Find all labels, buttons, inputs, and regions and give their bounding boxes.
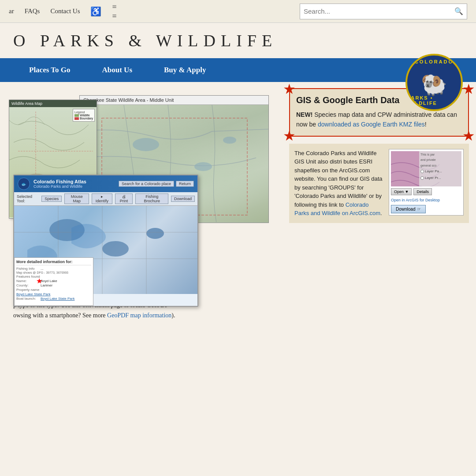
- map-screenshots: Wildlife Area Map Legend Wildlife Bounda…: [0, 86, 282, 280]
- nav-contact[interactable]: Contact Us: [50, 7, 80, 15]
- fishing-atlas-toolbar: Selected Tool: Species Mouse Map ▸ Ident…: [14, 192, 197, 206]
- accessibility-icon[interactable]: ♿: [90, 6, 101, 17]
- logo-animal-icon: 🐏: [421, 72, 447, 97]
- logo-area: COLORADO 🐏 PARKS • WILDLIFE: [405, 54, 463, 111]
- lower-right-section: The Colorado Parks and Wildlife GIS Unit…: [289, 144, 469, 223]
- star-corner-tl: ★: [283, 82, 296, 96]
- bottom-text-line3: owsing with a smartphone? See more GeoPD…: [13, 311, 269, 320]
- layers-icon[interactable]: ≡≡: [112, 2, 116, 21]
- arcgis-map-thumbnail: This is par and private general sco Laye…: [391, 151, 461, 186]
- arcgis-download-btn[interactable]: Download ☞: [391, 205, 426, 213]
- svg-point-0: [133, 138, 159, 151]
- nav-ar[interactable]: ar: [9, 7, 14, 15]
- gis-body: NEW! Species map data and CPW administra…: [296, 110, 462, 130]
- map-marker-star: ★: [36, 277, 42, 285]
- arcgis-preview-panel: This is par and private general sco Laye…: [389, 149, 464, 218]
- svg-point-1: [194, 162, 212, 171]
- right-panel: ★ ★ ★ ★ GIS & Google Earth Data NEW! Spe…: [282, 82, 476, 474]
- content-area: Wildlife Area Map Legend Wildlife Bounda…: [0, 82, 476, 474]
- main-nav-wrapper: Places To Go About Us Buy & Apply COLORA…: [0, 58, 476, 82]
- toolbar-print-btn[interactable]: 🖨 Print: [115, 193, 133, 204]
- arcgis-btn-row: Open ▼ Details: [391, 188, 461, 195]
- search-container: 🔍: [300, 4, 467, 19]
- main-nav: Places To Go About Us Buy & Apply: [0, 58, 476, 82]
- toolbar-mouse-btn[interactable]: Mouse Map: [64, 193, 89, 204]
- fishing-atlas-map: 🐟 Colorado Fishing Atlas Colorado Parks …: [13, 175, 198, 307]
- kmz-download-link[interactable]: downloaded as Google Earth KMZ files: [318, 121, 425, 128]
- star-corner-bl: ★: [283, 129, 296, 143]
- svg-rect-9: [391, 151, 419, 186]
- toolbar-species-btn[interactable]: Species: [41, 196, 62, 202]
- arcgis-desktop-row: Open in ArcGIS for Desktop: [391, 197, 461, 204]
- toolbar-download-btn[interactable]: Download: [171, 196, 195, 202]
- info-panel: More detailed information for: Fishing I…: [14, 257, 93, 306]
- fishing-atlas-header: 🐟 Colorado Fishing Atlas Colorado Parks …: [14, 175, 197, 192]
- gis-new-label: NEW!: [296, 111, 312, 118]
- map-section: Wildlife Area Map Legend Wildlife Bounda…: [0, 82, 282, 474]
- fishing-map-area: ★: [14, 206, 197, 294]
- toolbar-brochure-btn[interactable]: Fishing Brochure: [135, 193, 168, 204]
- logo-circle: COLORADO 🐏 PARKS • WILDLIFE: [405, 54, 463, 111]
- nav-faqs[interactable]: FAQs: [25, 7, 40, 15]
- arcgis-open-btn[interactable]: Open ▼: [391, 188, 412, 195]
- site-title-bar: O PARKS & WILDLIFE: [0, 23, 476, 58]
- svg-point-2: [223, 137, 236, 144]
- star-corner-br: ★: [462, 129, 475, 143]
- logo-bottom-text: PARKS • WILDLIFE: [407, 95, 461, 106]
- top-nav: ar FAQs Contact Us ♿ ≡≡ 🔍: [0, 0, 476, 23]
- info-panel-title: More detailed information for:: [16, 260, 91, 265]
- star-corner-tr: ★: [462, 82, 475, 96]
- arcgis-overlay: This is par and private general sco Laye…: [419, 151, 461, 186]
- geopdf-link[interactable]: GeoPDF map information: [107, 312, 171, 319]
- arcgis-details-btn[interactable]: Details: [413, 188, 432, 195]
- fishing-atlas-subtitle-text: Colorado Parks and Wildlife: [33, 184, 86, 189]
- lower-right-text: The Colorado Parks and Wildlife GIS Unit…: [294, 149, 384, 218]
- nav-places-to-go[interactable]: Places To Go: [13, 58, 86, 82]
- arcgis-desktop-link[interactable]: Open in ArcGIS for Desktop: [391, 198, 440, 202]
- logo-top-text: COLORADO: [415, 59, 454, 64]
- search-input[interactable]: [304, 7, 454, 15]
- site-title: O PARKS & WILDLIFE: [13, 31, 277, 50]
- fishing-atlas-logo: 🐟: [18, 178, 30, 190]
- arcgis-preview: This is par and private general sco Laye…: [389, 149, 464, 216]
- download-hand-icon: ☞: [417, 207, 421, 212]
- nav-buy-apply[interactable]: Buy & Apply: [148, 58, 222, 82]
- fishing-atlas-title-text: Colorado Fishing Atlas: [33, 179, 86, 184]
- small-map-header: Wildlife Area Map: [9, 100, 97, 107]
- toolbar-identify-btn[interactable]: ▸ Identify: [92, 193, 112, 204]
- search-button[interactable]: 🔍: [454, 7, 463, 15]
- large-map-title: Cherokee State Wildlife Area - Middle Un…: [80, 96, 268, 105]
- nav-about-us[interactable]: About Us: [86, 58, 149, 82]
